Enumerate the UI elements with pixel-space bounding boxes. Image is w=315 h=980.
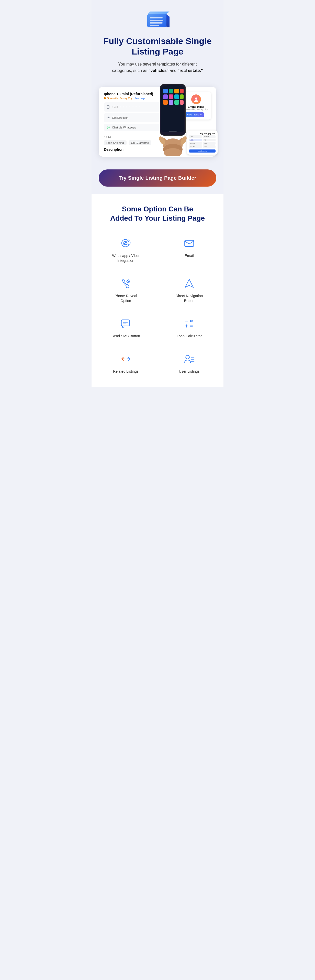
direction-row: Get Direction › [104, 113, 179, 123]
feature-phone: Phone RevealOption [97, 274, 155, 306]
seller-name: Emma Miller [185, 105, 207, 108]
svg-rect-4 [150, 25, 159, 26]
svg-rect-36 [185, 240, 193, 246]
navigation-icon [182, 276, 196, 291]
hero-icon [145, 10, 170, 31]
phone-contact-row: +38 ··············· [104, 102, 179, 111]
features-title: Some Option Can Be Added To Your Listing… [97, 205, 218, 223]
installments-button[interactable]: Installments [189, 150, 215, 153]
contact-items: +38 ··············· [104, 102, 179, 131]
feature-user-label: User Listings [179, 369, 200, 374]
buy-now-title: Buy now, pay later [189, 132, 215, 134]
related-listings-icon [119, 352, 133, 366]
seller-avatar [191, 94, 201, 104]
listing-location: Greenville, Jersey City See map [104, 97, 179, 100]
user-listings-icon [182, 352, 196, 366]
svg-point-7 [172, 107, 173, 107]
reveal-phone-button[interactable] [169, 104, 176, 110]
svg-rect-1 [150, 17, 163, 18]
email-icon [182, 236, 196, 250]
svg-rect-37 [121, 320, 129, 326]
phone-dots: +38 ··············· [112, 105, 142, 108]
features-grid: Whatsapp / ViberIntegration Email [97, 234, 218, 377]
feature-phone-label: Phone RevealOption [114, 294, 137, 304]
loan-calculator-icon [182, 317, 196, 331]
direction-arrow-button[interactable]: › [170, 115, 176, 121]
feature-email: Email [160, 234, 218, 266]
sms-icon [119, 317, 133, 331]
seller-city: Greenville, Jersey City [185, 108, 207, 111]
feature-loan-label: Loan Calculator [177, 334, 202, 339]
feature-whatsapp-label: Whatsapp / ViberIntegration [112, 253, 139, 263]
svg-rect-3 [150, 22, 163, 24]
tag-guarantee: On Guarantee [128, 140, 152, 145]
see-map-link[interactable]: See map [135, 97, 145, 100]
features-section: Some Option Can Be Added To Your Listing… [92, 194, 223, 387]
svg-point-8 [108, 117, 109, 118]
listing-title: Iphone 13 mini (Refurbished) [104, 92, 179, 96]
whatsapp-viber-icon [119, 236, 133, 250]
whatsapp-label: Chat via WhatsApp [112, 126, 136, 129]
hero-section: Fully Customisable Single Listing Page Y… [92, 0, 223, 82]
phone-reveal-icon [119, 276, 133, 291]
cta-section: Try Single Listing Page Builder [92, 164, 223, 194]
feature-related: Related Listings [97, 349, 155, 377]
listing-preview-section: Iphone 13 mini (Refurbished) Greenville,… [92, 82, 223, 164]
feature-email-label: Email [185, 253, 193, 258]
feature-related-label: Related Listings [113, 369, 139, 374]
feature-loan: Loan Calculator [160, 314, 218, 341]
feature-whatsapp: Whatsapp / ViberIntegration [97, 234, 155, 266]
svg-rect-5 [107, 105, 109, 108]
feature-nav-label: Direct NavigationButton [176, 294, 203, 304]
svg-point-47 [186, 355, 189, 359]
svg-rect-2 [150, 20, 163, 21]
feature-user: User Listings [160, 349, 218, 377]
feature-navigation: Direct NavigationButton [160, 274, 218, 306]
direction-label: Get Direction [112, 116, 128, 119]
cta-button[interactable]: Try Single Listing Page Builder [99, 169, 216, 186]
hero-title: Fully Customisable Single Listing Page [97, 36, 218, 57]
buy-now-card: Buy now, pay later Price Interest ● $1k … [187, 130, 218, 154]
whatsapp-row: Chat via WhatsApp [104, 124, 179, 131]
feature-sms-label: Send SMS Button [111, 334, 140, 339]
svg-point-10 [195, 97, 197, 100]
seller-card: Emma Miller Greenville, Jersey City View… [181, 92, 211, 119]
tag-free-shipping: Free Shipping [104, 140, 127, 145]
hero-subtitle: You may use several templates for differ… [109, 61, 206, 74]
view-profile-button[interactable]: View Profile + [185, 112, 204, 117]
svg-rect-26 [166, 85, 179, 87]
feature-sms: Send SMS Button [97, 314, 155, 341]
